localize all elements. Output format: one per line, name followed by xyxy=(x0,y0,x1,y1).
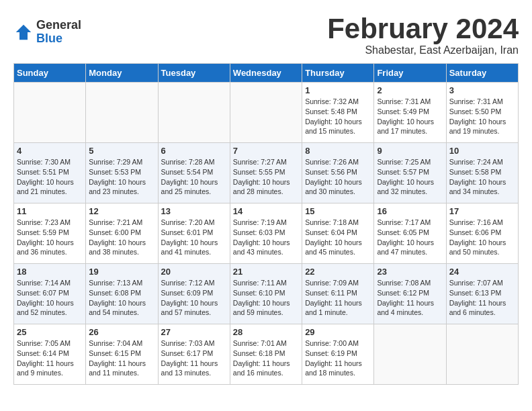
day-info: Sunrise: 7:04 AM Sunset: 6:15 PM Dayligh… xyxy=(89,338,154,378)
calendar-day-cell xyxy=(230,83,302,143)
calendar-day-cell: 10Sunrise: 7:24 AM Sunset: 5:58 PM Dayli… xyxy=(446,143,518,203)
day-info: Sunrise: 7:08 AM Sunset: 6:12 PM Dayligh… xyxy=(377,278,443,318)
day-number: 22 xyxy=(305,267,371,277)
day-number: 12 xyxy=(89,206,154,216)
month-title: February 2024 xyxy=(327,13,519,44)
day-number: 19 xyxy=(89,267,154,277)
weekday-header-saturday: Saturday xyxy=(446,64,518,83)
day-info: Sunrise: 7:19 AM Sunset: 6:03 PM Dayligh… xyxy=(233,218,299,257)
calendar-day-cell: 8Sunrise: 7:26 AM Sunset: 5:56 PM Daylig… xyxy=(302,143,374,203)
day-info: Sunrise: 7:11 AM Sunset: 6:10 PM Dayligh… xyxy=(233,278,299,318)
logo: General Blue xyxy=(13,19,81,46)
calendar-week-row: 25Sunrise: 7:05 AM Sunset: 6:14 PM Dayli… xyxy=(14,324,519,385)
calendar-day-cell: 4Sunrise: 7:30 AM Sunset: 5:51 PM Daylig… xyxy=(14,143,86,203)
weekday-header-monday: Monday xyxy=(86,64,158,83)
day-info: Sunrise: 7:32 AM Sunset: 5:48 PM Dayligh… xyxy=(305,97,371,136)
calendar-day-cell: 16Sunrise: 7:17 AM Sunset: 6:05 PM Dayli… xyxy=(374,203,446,264)
day-info: Sunrise: 7:05 AM Sunset: 6:14 PM Dayligh… xyxy=(17,338,83,378)
logo-icon xyxy=(13,22,34,42)
weekday-header-row: SundayMondayTuesdayWednesdayThursdayFrid… xyxy=(14,64,519,83)
calendar-day-cell: 19Sunrise: 7:13 AM Sunset: 6:08 PM Dayli… xyxy=(86,264,158,324)
day-number: 23 xyxy=(377,267,443,277)
day-info: Sunrise: 7:30 AM Sunset: 5:51 PM Dayligh… xyxy=(17,157,83,197)
logo-general-text: General xyxy=(36,19,81,32)
calendar-day-cell: 26Sunrise: 7:04 AM Sunset: 6:15 PM Dayli… xyxy=(86,324,158,385)
calendar-day-cell: 17Sunrise: 7:16 AM Sunset: 6:06 PM Dayli… xyxy=(446,203,518,264)
day-number: 1 xyxy=(305,85,371,95)
weekday-header-sunday: Sunday xyxy=(14,64,86,83)
weekday-header-thursday: Thursday xyxy=(302,64,374,83)
day-info: Sunrise: 7:31 AM Sunset: 5:49 PM Dayligh… xyxy=(377,97,443,136)
day-info: Sunrise: 7:24 AM Sunset: 5:58 PM Dayligh… xyxy=(449,157,515,197)
day-number: 27 xyxy=(161,327,227,337)
title-area: February 2024 Shabestar, East Azerbaijan… xyxy=(327,13,519,56)
calendar-day-cell: 1Sunrise: 7:32 AM Sunset: 5:48 PM Daylig… xyxy=(302,83,374,143)
calendar-day-cell: 21Sunrise: 7:11 AM Sunset: 6:10 PM Dayli… xyxy=(230,264,302,324)
calendar-day-cell: 13Sunrise: 7:20 AM Sunset: 6:01 PM Dayli… xyxy=(158,203,230,264)
day-info: Sunrise: 7:18 AM Sunset: 6:04 PM Dayligh… xyxy=(305,218,371,257)
calendar-day-cell xyxy=(374,324,446,385)
weekday-header-tuesday: Tuesday xyxy=(158,64,230,83)
day-info: Sunrise: 7:09 AM Sunset: 6:11 PM Dayligh… xyxy=(305,278,371,318)
day-number: 29 xyxy=(305,327,371,337)
day-info: Sunrise: 7:25 AM Sunset: 5:57 PM Dayligh… xyxy=(377,157,443,197)
calendar-day-cell: 29Sunrise: 7:00 AM Sunset: 6:19 PM Dayli… xyxy=(302,324,374,385)
day-number: 9 xyxy=(377,146,443,156)
calendar-week-row: 4Sunrise: 7:30 AM Sunset: 5:51 PM Daylig… xyxy=(14,143,519,203)
day-info: Sunrise: 7:27 AM Sunset: 5:55 PM Dayligh… xyxy=(233,157,299,197)
calendar-day-cell: 2Sunrise: 7:31 AM Sunset: 5:49 PM Daylig… xyxy=(374,83,446,143)
day-number: 16 xyxy=(377,206,443,216)
day-info: Sunrise: 7:01 AM Sunset: 6:18 PM Dayligh… xyxy=(233,338,299,378)
calendar-day-cell: 15Sunrise: 7:18 AM Sunset: 6:04 PM Dayli… xyxy=(302,203,374,264)
day-number: 2 xyxy=(377,85,443,95)
calendar-day-cell: 14Sunrise: 7:19 AM Sunset: 6:03 PM Dayli… xyxy=(230,203,302,264)
day-number: 13 xyxy=(161,206,227,216)
calendar-day-cell xyxy=(86,83,158,143)
calendar-week-row: 1Sunrise: 7:32 AM Sunset: 5:48 PM Daylig… xyxy=(14,83,519,143)
calendar-day-cell: 5Sunrise: 7:29 AM Sunset: 5:53 PM Daylig… xyxy=(86,143,158,203)
day-number: 7 xyxy=(233,146,299,156)
day-number: 25 xyxy=(17,327,83,337)
svg-marker-0 xyxy=(16,25,32,40)
day-number: 24 xyxy=(449,267,515,277)
day-number: 5 xyxy=(89,146,154,156)
day-info: Sunrise: 7:03 AM Sunset: 6:17 PM Dayligh… xyxy=(161,338,227,378)
day-info: Sunrise: 7:23 AM Sunset: 5:59 PM Dayligh… xyxy=(17,218,83,257)
day-info: Sunrise: 7:13 AM Sunset: 6:08 PM Dayligh… xyxy=(89,278,154,318)
day-info: Sunrise: 7:07 AM Sunset: 6:13 PM Dayligh… xyxy=(449,278,515,318)
calendar-week-row: 18Sunrise: 7:14 AM Sunset: 6:07 PM Dayli… xyxy=(14,264,519,324)
calendar-day-cell xyxy=(446,324,518,385)
day-info: Sunrise: 7:16 AM Sunset: 6:06 PM Dayligh… xyxy=(449,218,515,257)
calendar-day-cell: 28Sunrise: 7:01 AM Sunset: 6:18 PM Dayli… xyxy=(230,324,302,385)
day-info: Sunrise: 7:21 AM Sunset: 6:00 PM Dayligh… xyxy=(89,218,154,257)
calendar-day-cell: 3Sunrise: 7:31 AM Sunset: 5:50 PM Daylig… xyxy=(446,83,518,143)
calendar-day-cell: 9Sunrise: 7:25 AM Sunset: 5:57 PM Daylig… xyxy=(374,143,446,203)
calendar-day-cell: 24Sunrise: 7:07 AM Sunset: 6:13 PM Dayli… xyxy=(446,264,518,324)
calendar-day-cell: 18Sunrise: 7:14 AM Sunset: 6:07 PM Dayli… xyxy=(14,264,86,324)
day-number: 6 xyxy=(161,146,227,156)
day-info: Sunrise: 7:28 AM Sunset: 5:54 PM Dayligh… xyxy=(161,157,227,197)
day-number: 10 xyxy=(449,146,515,156)
day-info: Sunrise: 7:14 AM Sunset: 6:07 PM Dayligh… xyxy=(17,278,83,318)
day-number: 14 xyxy=(233,206,299,216)
location-text: Shabestar, East Azerbaijan, Iran xyxy=(327,44,519,56)
day-info: Sunrise: 7:29 AM Sunset: 5:53 PM Dayligh… xyxy=(89,157,154,197)
day-number: 21 xyxy=(233,267,299,277)
day-info: Sunrise: 7:12 AM Sunset: 6:09 PM Dayligh… xyxy=(161,278,227,318)
day-number: 20 xyxy=(161,267,227,277)
day-number: 26 xyxy=(89,327,154,337)
calendar-day-cell: 7Sunrise: 7:27 AM Sunset: 5:55 PM Daylig… xyxy=(230,143,302,203)
page-header: General Blue February 2024 Shabestar, Ea… xyxy=(13,13,519,56)
weekday-header-friday: Friday xyxy=(374,64,446,83)
day-number: 11 xyxy=(17,206,83,216)
calendar-table: SundayMondayTuesdayWednesdayThursdayFrid… xyxy=(13,63,519,385)
calendar-day-cell: 12Sunrise: 7:21 AM Sunset: 6:00 PM Dayli… xyxy=(86,203,158,264)
calendar-day-cell: 23Sunrise: 7:08 AM Sunset: 6:12 PM Dayli… xyxy=(374,264,446,324)
day-info: Sunrise: 7:00 AM Sunset: 6:19 PM Dayligh… xyxy=(305,338,371,378)
day-number: 3 xyxy=(449,85,515,95)
calendar-day-cell xyxy=(158,83,230,143)
calendar-day-cell: 22Sunrise: 7:09 AM Sunset: 6:11 PM Dayli… xyxy=(302,264,374,324)
day-info: Sunrise: 7:26 AM Sunset: 5:56 PM Dayligh… xyxy=(305,157,371,197)
calendar-day-cell: 11Sunrise: 7:23 AM Sunset: 5:59 PM Dayli… xyxy=(14,203,86,264)
calendar-day-cell: 6Sunrise: 7:28 AM Sunset: 5:54 PM Daylig… xyxy=(158,143,230,203)
